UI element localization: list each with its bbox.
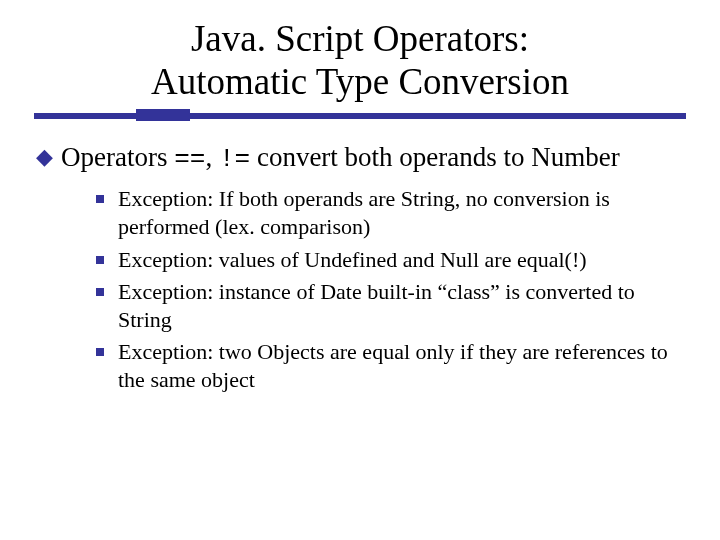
slide-body: ◆ Operators ==, != convert both operands… bbox=[34, 141, 686, 394]
list-item-text: Exception: instance of Date built-in “cl… bbox=[118, 278, 686, 334]
list-item-text: Exception: values of Undefined and Null … bbox=[118, 246, 686, 274]
list-item-text: Exception: If both operands are String, … bbox=[118, 185, 686, 241]
list-item: Exception: two Objects are equal only if… bbox=[96, 338, 686, 394]
square-bullet-icon bbox=[96, 256, 104, 264]
sub-bullet-list: Exception: If both operands are String, … bbox=[36, 185, 686, 394]
list-item: Exception: If both operands are String, … bbox=[96, 185, 686, 241]
title-line-1: Java. Script Operators: bbox=[34, 18, 686, 61]
slide: Java. Script Operators: Automatic Type C… bbox=[0, 0, 720, 540]
divider-accent bbox=[136, 109, 190, 121]
bullet-suffix: convert both operands to Number bbox=[250, 142, 620, 172]
square-bullet-icon bbox=[96, 195, 104, 203]
diamond-bullet-icon: ◆ bbox=[36, 141, 53, 173]
bullet-sep: , bbox=[205, 142, 219, 172]
slide-title: Java. Script Operators: Automatic Type C… bbox=[34, 18, 686, 103]
title-divider bbox=[34, 109, 686, 123]
divider-bar bbox=[34, 113, 686, 119]
list-item: Exception: values of Undefined and Null … bbox=[96, 246, 686, 274]
bullet-prefix: Operators bbox=[61, 142, 174, 172]
title-line-2: Automatic Type Conversion bbox=[34, 61, 686, 104]
square-bullet-icon bbox=[96, 348, 104, 356]
bullet-level1-text: Operators ==, != convert both operands t… bbox=[61, 141, 686, 175]
bullet-level1: ◆ Operators ==, != convert both operands… bbox=[36, 141, 686, 175]
code-notequals: != bbox=[219, 144, 250, 174]
square-bullet-icon bbox=[96, 288, 104, 296]
list-item-text: Exception: two Objects are equal only if… bbox=[118, 338, 686, 394]
code-equals: == bbox=[174, 144, 205, 174]
list-item: Exception: instance of Date built-in “cl… bbox=[96, 278, 686, 334]
